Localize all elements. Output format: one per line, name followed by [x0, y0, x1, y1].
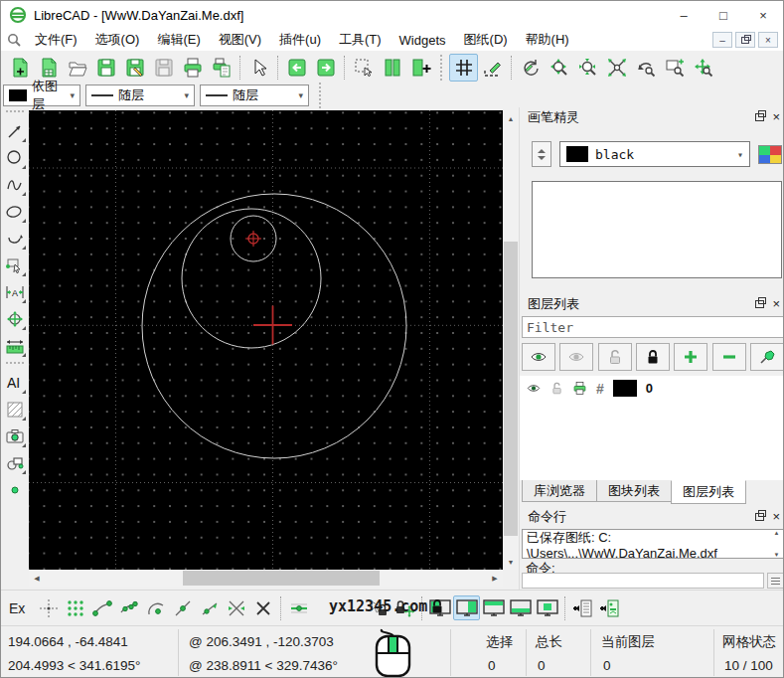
save-button[interactable]	[91, 54, 120, 82]
pen-spin-button[interactable]	[532, 141, 551, 167]
zoom-auto-button[interactable]	[602, 54, 631, 82]
block-tool-button[interactable]	[2, 449, 28, 476]
layer-construction-icon[interactable]: #	[596, 381, 604, 397]
menu-view[interactable]: 视图(V)	[210, 31, 270, 49]
remove-layer-button[interactable]	[712, 343, 746, 371]
select-window-button[interactable]	[349, 54, 378, 82]
select-tool-button[interactable]	[2, 252, 28, 278]
restrict-horizontal-button[interactable]	[285, 595, 312, 620]
vertical-scrollbar[interactable]: ▲ ▼	[503, 110, 519, 570]
menu-options[interactable]: 选项(O)	[86, 31, 149, 49]
vertical-scrollbar-thumb[interactable]	[504, 242, 518, 536]
toolbar-grip[interactable]	[319, 83, 323, 108]
toolbar-grip[interactable]	[6, 110, 24, 114]
command-input[interactable]	[522, 573, 764, 589]
draft-mode-button[interactable]	[478, 54, 507, 82]
menu-help[interactable]: 帮助(H)	[517, 31, 578, 49]
menu-drawings[interactable]: 图纸(D)	[455, 31, 517, 49]
snap-middle-button[interactable]	[169, 595, 196, 620]
pointer-button[interactable]	[244, 54, 273, 82]
drawing-canvas[interactable]	[29, 110, 503, 570]
line-tool-button[interactable]	[2, 117, 28, 144]
command-history-scrollbar[interactable]: ▲ ▼	[771, 530, 782, 558]
print-button[interactable]	[178, 54, 207, 82]
dock-right-button[interactable]	[453, 595, 480, 620]
save-all-button-disabled[interactable]	[149, 54, 178, 82]
arc-tool-button[interactable]	[2, 225, 28, 252]
scroll-up-icon[interactable]: ▲	[503, 110, 519, 126]
redo-button[interactable]	[311, 54, 340, 82]
show-all-layers-button[interactable]	[522, 343, 555, 371]
spline-tool-button[interactable]	[2, 171, 28, 198]
snap-center-button[interactable]	[142, 595, 169, 620]
scroll-down-icon[interactable]: ▼	[503, 554, 519, 570]
mdi-restore-button[interactable]	[735, 32, 755, 48]
layer-row[interactable]: # 0	[520, 376, 784, 401]
layer-visible-icon[interactable]	[526, 382, 542, 395]
text-tool-button[interactable]: AI	[2, 369, 28, 396]
layer-lock-icon[interactable]	[550, 382, 563, 395]
snap-intersection-button[interactable]	[223, 595, 249, 620]
snap-on-entity-button[interactable]	[115, 595, 142, 620]
add-layer-button[interactable]	[674, 343, 707, 371]
command-history[interactable]: 已保存图纸: C: \Users\...\WwW.DaYanZai.Me.dxf	[522, 529, 784, 559]
print-preview-button[interactable]	[207, 54, 235, 82]
snap-endpoint-button[interactable]	[88, 595, 115, 620]
redraw-button[interactable]	[516, 54, 545, 82]
add-command-widget-button[interactable]	[569, 595, 596, 620]
measure-tool-button[interactable]	[2, 332, 28, 359]
scroll-left-icon[interactable]: ◀	[29, 570, 45, 587]
snap-grid-button[interactable]	[62, 595, 88, 620]
grid-toggle-button[interactable]	[449, 54, 478, 82]
menu-plugins[interactable]: 插件(u)	[270, 31, 330, 49]
dock-bottom-button[interactable]	[507, 595, 534, 620]
zoom-window-button[interactable]	[660, 54, 689, 82]
scroll-right-icon[interactable]: ▶	[487, 570, 503, 587]
color-palette-button[interactable]	[758, 145, 782, 164]
exclusive-snap-label[interactable]: Ex	[9, 600, 25, 616]
open-button[interactable]	[63, 54, 91, 82]
ellipse-tool-button[interactable]	[2, 198, 28, 225]
float-panel-icon[interactable]	[755, 300, 764, 308]
dock-top-button[interactable]	[480, 595, 507, 620]
horizontal-scrollbar-thumb[interactable]	[183, 571, 380, 586]
close-panel-icon[interactable]: ×	[772, 299, 780, 309]
toolbar-grip[interactable]	[6, 362, 24, 366]
width-select[interactable]: 随层 ▾	[85, 85, 195, 106]
snap-distance-button[interactable]	[196, 595, 223, 620]
undo-button[interactable]	[282, 54, 311, 82]
command-options-button[interactable]	[767, 573, 784, 589]
select-add-button[interactable]	[406, 54, 435, 82]
modify-tool-button[interactable]	[2, 305, 28, 332]
zoom-pan-button[interactable]	[689, 54, 717, 82]
close-button[interactable]: ×	[743, 1, 783, 29]
dock-float-button[interactable]	[534, 595, 560, 620]
zoom-in-button[interactable]	[545, 54, 573, 82]
scroll-up-icon[interactable]: ▲	[774, 530, 780, 536]
minimize-button[interactable]: –	[664, 1, 704, 29]
float-panel-icon[interactable]	[755, 113, 764, 121]
snap-clear-button[interactable]	[249, 595, 276, 620]
pen-color-select[interactable]: black ▾	[559, 141, 750, 167]
scroll-down-icon[interactable]: ▼	[774, 552, 780, 558]
mdi-close-button[interactable]: ×	[758, 32, 778, 48]
circle-tool-button[interactable]	[2, 144, 28, 171]
close-panel-icon[interactable]: ×	[772, 512, 780, 522]
point-tool-button[interactable]	[2, 476, 28, 503]
color-select[interactable]: 依图层 ▾	[3, 85, 80, 106]
save-as-button[interactable]	[120, 54, 149, 82]
zoom-previous-button[interactable]	[631, 54, 660, 82]
horizontal-scrollbar[interactable]: ◀ ▶	[29, 570, 503, 587]
tab-block-list[interactable]: 图块列表	[596, 480, 672, 502]
float-panel-icon[interactable]	[755, 513, 764, 521]
tab-library-browser[interactable]: 库浏览器	[522, 480, 597, 502]
menu-file[interactable]: 文件(F)	[26, 31, 86, 49]
dimension-tool-button[interactable]: A	[2, 278, 28, 305]
close-panel-icon[interactable]: ×	[772, 112, 780, 122]
toolbar-grip[interactable]	[440, 55, 444, 81]
mdi-minimize-button[interactable]: –	[712, 32, 732, 48]
hide-all-layers-button[interactable]	[559, 343, 593, 371]
zoom-out-button[interactable]	[573, 54, 602, 82]
new-drawing-button[interactable]	[5, 54, 34, 82]
hatch-tool-button[interactable]	[2, 396, 28, 423]
